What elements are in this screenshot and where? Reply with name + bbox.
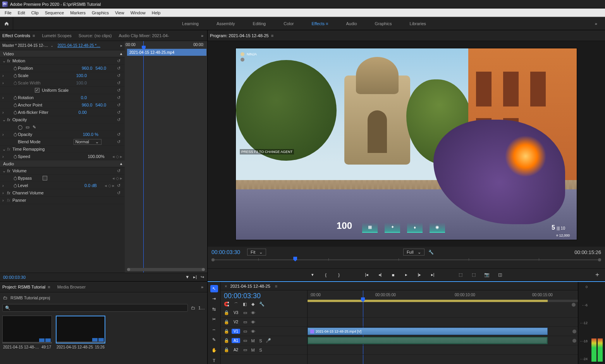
tab-project[interactable]: Project: RSMB Tutorial≡ (2, 285, 50, 289)
ripple-edit-tool[interactable]: ⇆ (210, 306, 218, 313)
loop-icon[interactable]: ↪ (201, 275, 204, 280)
sync-lock-icon[interactable]: ▭ (242, 338, 248, 343)
track-lane-a2[interactable] (308, 345, 578, 355)
ec-scale-value[interactable]: 100.0 (76, 73, 87, 78)
keyframe-nav[interactable]: ◂ ◇ ▸ (105, 183, 115, 188)
solo-icon[interactable]: S (258, 338, 263, 343)
ec-timeline-view[interactable]: :00:00 00:00: 2021-04-15 12-48-25.mp4 (125, 41, 207, 273)
track-tag[interactable]: V3 (232, 310, 240, 315)
filter-icon[interactable]: ▼ (185, 275, 189, 280)
caret-icon[interactable]: › (2, 73, 7, 78)
panel-menu-icon[interactable]: ≡ (275, 284, 277, 288)
lift-button[interactable]: ⬚ (457, 272, 464, 278)
reset-icon[interactable]: ↺ (117, 88, 123, 93)
mark-out-button[interactable]: } (336, 272, 342, 278)
tab-audio-clip-mixer[interactable]: Audio Clip Mixer: 2021-04- (119, 33, 169, 38)
reset-icon[interactable]: ↺ (117, 95, 123, 100)
reset-icon[interactable]: ↺ (117, 81, 123, 86)
home-button[interactable] (0, 17, 13, 30)
settings-icon[interactable]: 🔧 (428, 250, 434, 255)
stopwatch-icon[interactable] (12, 66, 18, 70)
stopwatch-icon[interactable] (12, 74, 18, 78)
workspace-color[interactable]: Color (280, 20, 297, 27)
collapse-icon[interactable]: ▴ (120, 161, 122, 166)
solo-icon[interactable]: S (258, 348, 263, 352)
timeline-ruler[interactable]: :00:00 00:00:05:00 00:00:10:00 00:00:15:… (308, 290, 578, 308)
keyframe-nav[interactable]: ◂ ◇ ▸ (112, 154, 122, 159)
menu-window[interactable]: Window (127, 10, 149, 15)
tab-program[interactable]: Program: 2021-04-15 12-48-25≡ (210, 33, 273, 38)
track-lane-a1[interactable] (308, 336, 578, 345)
panel-menu-icon[interactable]: ≡ (271, 33, 273, 38)
ec-motion[interactable]: ⌄ fx Motion ↺ (0, 57, 125, 65)
go-to-in-button[interactable]: |◂ (364, 272, 370, 278)
stopwatch-icon[interactable] (12, 184, 18, 188)
project-search-input[interactable]: 🔍 (2, 304, 188, 312)
collapse-icon[interactable]: ▴ (120, 51, 122, 56)
ec-panner[interactable]: ›fx Panner (0, 197, 125, 204)
fx-badge-icon[interactable]: fx (7, 191, 12, 195)
eye-icon[interactable]: 👁 (250, 311, 256, 315)
tab-effect-controls[interactable]: Effect Controls≡ (2, 33, 35, 38)
sync-lock-icon[interactable]: ▭ (242, 347, 248, 352)
ec-level-value[interactable]: 0.0 dB (84, 183, 97, 188)
fx-badge-icon[interactable]: fx (7, 117, 12, 122)
stopwatch-icon[interactable] (12, 110, 18, 115)
program-timecode[interactable]: 00:00:03:30 (211, 249, 240, 255)
ec-time-remapping[interactable]: ⌄fx Time Remapping (0, 146, 125, 153)
track-lanes[interactable]: 2021-04-15 12-48-25.mp4 [V] (308, 308, 578, 364)
button-editor-icon[interactable]: ＋ (594, 271, 600, 279)
reset-icon[interactable]: ↺ (117, 110, 123, 115)
track-header-v1[interactable]: 🔒V1▭👁 (221, 327, 307, 336)
export-frame-button[interactable]: 📷 (484, 272, 490, 278)
tab-lumetri-scopes[interactable]: Lumetri Scopes (42, 33, 71, 38)
track-header-a1[interactable]: 🔒A1▭MS🎤 (221, 336, 307, 345)
track-tag[interactable]: V2 (232, 319, 240, 325)
menu-file[interactable]: File (2, 10, 15, 15)
mute-icon[interactable]: M (250, 348, 256, 352)
scroll-handle[interactable] (572, 339, 576, 343)
workspace-libraries[interactable]: Libraries (407, 20, 429, 27)
uniform-scale-checkbox[interactable] (35, 88, 40, 93)
stopwatch-icon[interactable] (12, 132, 18, 137)
video-clip[interactable]: 2021-04-15 12-48-25.mp4 [V] (308, 328, 548, 335)
ec-playhead-line[interactable] (143, 41, 144, 273)
workspace-graphics[interactable]: Graphics (372, 20, 395, 27)
go-to-out-button[interactable]: ▸| (430, 272, 436, 278)
work-area-bar[interactable] (308, 300, 548, 302)
workspace-menu-icon[interactable]: ≡ (326, 21, 328, 26)
mask-ellipse-icon[interactable]: ◯ (18, 125, 22, 130)
stopwatch-icon[interactable] (12, 155, 18, 159)
track-header-v2[interactable]: 🔒V2▭👁 (221, 318, 307, 327)
project-thumb[interactable] (56, 316, 105, 343)
reset-icon[interactable]: ↺ (117, 168, 123, 173)
panel-menu-icon[interactable]: ≡ (48, 285, 50, 289)
reset-icon[interactable]: ↺ (117, 73, 123, 78)
eye-icon[interactable]: 👁 (250, 320, 256, 325)
project-item[interactable]: 2021-04-15 12-48-…49:17 (2, 316, 52, 349)
workspace-editing[interactable]: Editing (250, 20, 269, 27)
ec-opacity-value[interactable]: 100.0 % (83, 132, 98, 137)
eye-icon[interactable]: 👁 (250, 329, 256, 334)
program-video-canvas[interactable]: NINJA PRESS F2 TO CHANGE AGENT 100 ▦✦♦◉ … (235, 48, 577, 240)
selection-tool[interactable]: ↖ (210, 285, 218, 292)
reset-icon[interactable]: ↺ (117, 183, 123, 188)
stop-button[interactable]: ■ (390, 272, 396, 278)
menu-view[interactable]: View (112, 10, 127, 15)
track-tag[interactable]: A2 (232, 347, 240, 352)
sync-lock-icon[interactable]: ▭ (242, 329, 248, 334)
audio-clip[interactable] (308, 337, 548, 344)
fx-badge-icon[interactable]: fx (7, 58, 12, 63)
mic-icon[interactable]: 🎤 (266, 338, 271, 343)
ec-rotation-value[interactable]: 0.0 (81, 95, 87, 100)
keyframe-nav[interactable]: ◂ ◇ ▸ (112, 176, 122, 181)
reset-icon[interactable]: ↺ (117, 66, 123, 71)
mask-pen-icon[interactable]: ✎ (33, 125, 36, 130)
snap-icon[interactable]: 🧲 (224, 302, 229, 307)
ec-footer-timecode[interactable]: 00:00:03:30 (3, 275, 26, 280)
reset-icon[interactable]: ↺ (117, 117, 123, 122)
tab-source[interactable]: Source: (no clips) (79, 33, 112, 38)
play-button[interactable]: ▸ (403, 272, 409, 278)
lock-icon[interactable]: 🔒 (224, 329, 229, 334)
ec-channel-volume[interactable]: ›fx Channel Volume ↺ (0, 189, 125, 197)
